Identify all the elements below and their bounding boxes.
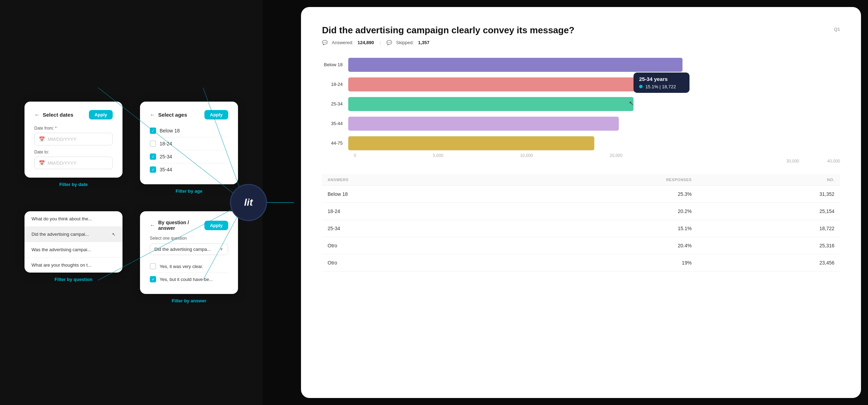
table-header-answers: ANSWERS bbox=[322, 174, 497, 186]
filter-answer-group: ← By question / answer Apply Select one … bbox=[140, 211, 238, 303]
question-item-4[interactable]: What are your thoughts on t... bbox=[24, 258, 122, 273]
filter-age-group: ← Select ages Apply ✓ Below 18 18-24 bbox=[140, 102, 238, 194]
answer-apply-button[interactable]: Apply bbox=[204, 221, 228, 230]
bar-label-25-34: 25-34 bbox=[322, 101, 348, 107]
date-from-label: Date from: * bbox=[34, 126, 113, 131]
calendar-icon: 📅 bbox=[39, 136, 45, 142]
tooltip-title: 25-34 years bbox=[639, 76, 684, 82]
answer-back-arrow-icon[interactable]: ← bbox=[150, 222, 155, 228]
age-option-35-44[interactable]: ✓ 35-44 bbox=[150, 163, 228, 176]
filter-date-group: ← Select dates Apply Date from: * 📅 MM/D… bbox=[24, 102, 122, 187]
table-row: 18-24 20.2% 25,154 bbox=[322, 202, 840, 220]
bar-chart: Below 18 18-24 25-34 2 bbox=[322, 58, 840, 164]
comment-icon-2: 💬 bbox=[386, 40, 392, 45]
filter-answer-card: ← By question / answer Apply Select one … bbox=[140, 211, 238, 294]
filter-question-label: Filter by question bbox=[55, 277, 92, 282]
question-title: Did the advertising campaign clearly con… bbox=[322, 25, 574, 36]
answer-option-1[interactable]: Yes, it was very clear. bbox=[150, 260, 228, 273]
lit-logo-text: lit bbox=[244, 197, 253, 208]
chart-panel: Did the advertising campaign clearly con… bbox=[301, 7, 861, 398]
back-arrow-icon[interactable]: ← bbox=[34, 112, 40, 118]
answered-value: 124,890 bbox=[357, 40, 374, 45]
age-back-arrow-icon[interactable]: ← bbox=[150, 112, 155, 118]
tooltip-value: 15.1% | 18,722 bbox=[645, 84, 676, 89]
bar-25-34: 25-34 years 15.1% | 18,722 bbox=[348, 97, 634, 111]
date-apply-button[interactable]: Apply bbox=[89, 110, 113, 119]
date-card-title: Select dates bbox=[43, 112, 74, 118]
bar-label-44-75: 44-75 bbox=[322, 140, 348, 146]
skipped-value: 1,357 bbox=[418, 40, 429, 45]
select-question-label: Select one question bbox=[150, 236, 228, 241]
question-item-1[interactable]: What do you think about the... bbox=[24, 211, 122, 227]
table-row: Otro 20.4% 25,316 bbox=[322, 237, 840, 254]
date-to-input[interactable]: 📅 MM/DD/YYYY bbox=[34, 157, 113, 169]
calendar-icon-2: 📅 bbox=[39, 160, 45, 166]
bar-18-24 bbox=[348, 77, 643, 91]
filter-age-label: Filter by age bbox=[176, 188, 203, 194]
filter-question-card: What do you think about the... Did the a… bbox=[24, 211, 122, 273]
chart-tooltip: 25-34 years 15.1% | 18,722 bbox=[634, 73, 690, 93]
age-option-below18[interactable]: ✓ Below 18 bbox=[150, 124, 228, 137]
question-item-2[interactable]: Did the advertising campai... ↖ bbox=[24, 227, 122, 242]
chevron-down-icon: ▼ bbox=[219, 247, 224, 252]
table-header-no: NO. bbox=[697, 174, 840, 186]
age-apply-button[interactable]: Apply bbox=[204, 110, 228, 119]
answer-card-title: By question / answer bbox=[158, 220, 204, 231]
answer-option-2[interactable]: ✓ Yes, but it could have be... bbox=[150, 273, 228, 286]
table-row: 25-34 15.1% 18,722 bbox=[322, 220, 840, 237]
lit-logo-circle: lit bbox=[231, 185, 266, 220]
question-dropdown[interactable]: Did the advertising campa... ▼ bbox=[150, 243, 228, 255]
bar-label-35-44: 35-44 bbox=[322, 121, 348, 126]
question-item-3[interactable]: Was the advertising campai... bbox=[24, 242, 122, 258]
date-to-label: Date to: bbox=[34, 150, 113, 155]
age-card-title: Select ages bbox=[158, 112, 187, 118]
bar-label-18-24: 18-24 bbox=[322, 82, 348, 87]
cursor-icon: ↖ bbox=[112, 232, 115, 237]
table-header-responses: RESPONSES bbox=[497, 174, 697, 186]
age-option-25-34[interactable]: ✓ 25-34 bbox=[150, 150, 228, 163]
bar-label-below18: Below 18 bbox=[322, 62, 348, 67]
data-table: ANSWERS RESPONSES NO. Below 18 25.3% 31,… bbox=[322, 174, 840, 272]
filter-question-group: What do you think about the... Did the a… bbox=[24, 211, 122, 282]
filter-answer-label: Filter by answer bbox=[172, 298, 206, 303]
bar-44-75 bbox=[348, 136, 594, 150]
age-option-18-24[interactable]: 18-24 bbox=[150, 137, 228, 150]
filter-date-card: ← Select dates Apply Date from: * 📅 MM/D… bbox=[24, 102, 122, 178]
filter-date-label: Filter by date bbox=[59, 182, 88, 187]
table-row: Otro 19% 23,456 bbox=[322, 254, 840, 271]
filter-age-card: ← Select ages Apply ✓ Below 18 18-24 bbox=[140, 102, 238, 184]
comment-icon: 💬 bbox=[322, 40, 328, 45]
date-from-input[interactable]: 📅 MM/DD/YYYY bbox=[34, 133, 113, 145]
bar-below18 bbox=[348, 58, 682, 72]
bar-35-44 bbox=[348, 117, 619, 131]
question-id-badge: Q1 bbox=[834, 27, 840, 32]
age-options-list: ✓ Below 18 18-24 ✓ 25-34 ✓ bbox=[150, 124, 228, 176]
table-row: Below 18 25.3% 31,352 bbox=[322, 185, 840, 202]
